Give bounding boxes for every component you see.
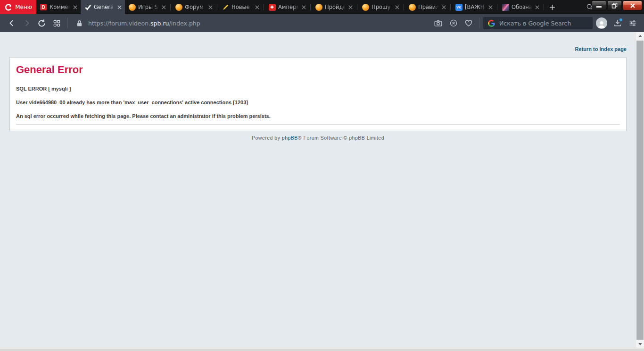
tab-title: Обознач [512, 4, 533, 10]
image-favicon-icon [502, 3, 509, 11]
forward-button[interactable] [20, 17, 33, 30]
plus-icon [549, 4, 555, 10]
url-path: /index.php [169, 20, 200, 27]
reload-icon [37, 19, 46, 28]
reload-button[interactable] [35, 17, 49, 30]
arrow-down-icon [638, 343, 642, 345]
grid-icon [53, 19, 61, 27]
toolbar-separator [479, 18, 479, 28]
tab-6[interactable]: Амперме [265, 0, 309, 14]
browser-menu-button[interactable]: Меню [0, 0, 36, 14]
download-notification-dot [619, 18, 623, 22]
tab-9[interactable]: Правила [405, 0, 449, 14]
tab-title: Новые ва [231, 4, 253, 10]
url-scheme-host: https://forum.videon. [88, 20, 150, 27]
d-letter-favicon-icon: D [40, 3, 47, 11]
search-field[interactable] [483, 17, 593, 29]
error-title: General Error [16, 64, 620, 76]
close-button[interactable] [623, 0, 642, 10]
tab-separator [357, 4, 357, 10]
tab-separator [450, 4, 451, 10]
tab-11[interactable]: Обознач [498, 0, 543, 14]
google-logo-icon [488, 20, 495, 27]
content-blocker-button[interactable] [446, 17, 460, 30]
tab-10[interactable]: VK[ВАЖНО] [452, 0, 496, 14]
search-input[interactable] [499, 20, 588, 27]
lock-icon [75, 19, 83, 27]
tab-separator [170, 4, 171, 10]
bottom-edge-strip [0, 348, 644, 351]
heart-icon [464, 19, 473, 27]
capture-page-button[interactable] [431, 17, 445, 30]
orange-ball-favicon-icon [315, 3, 322, 11]
error-line-sql: SQL ERROR [ mysqli ] [16, 86, 620, 92]
tabs-strip: DКомментаGeneral EИгры SegФорум EmНовые … [36, 0, 543, 14]
person-icon [597, 19, 606, 29]
tab-close-icon[interactable] [535, 5, 539, 9]
arrow-up-icon [638, 35, 642, 37]
tab-close-icon[interactable] [117, 5, 122, 9]
bookmark-button[interactable] [462, 17, 475, 30]
tab-title: Правила [418, 4, 439, 10]
vk-favicon-icon: VK [455, 3, 462, 11]
navigation-toolbar: https://forum.videon.spb.ru/index.php [0, 14, 644, 32]
orange-ball-favicon-icon [128, 3, 136, 11]
tab-title: Форум Em [185, 4, 206, 10]
tab-separator [497, 4, 497, 10]
toolbar-separator [67, 18, 68, 28]
tab-5[interactable]: Новые ва [218, 0, 263, 14]
phpbb-link[interactable]: phpBB [282, 135, 298, 141]
tab-2[interactable]: General E [81, 0, 125, 14]
browser-window: Меню DКомментаGeneral EИгры SegФорум EmН… [0, 0, 644, 351]
maximize-button[interactable] [607, 0, 622, 10]
restore-icon [611, 2, 618, 8]
shield-x-icon [449, 19, 458, 27]
forward-icon [23, 19, 31, 27]
tab-close-icon[interactable] [302, 5, 306, 9]
tab-close-icon[interactable] [488, 5, 493, 9]
checkmark-favicon-icon [84, 3, 91, 11]
back-button[interactable] [5, 17, 18, 30]
scrollbar-thumb[interactable] [636, 41, 644, 340]
profile-avatar[interactable] [596, 17, 607, 29]
tab-3[interactable]: Игры Seg [125, 0, 169, 14]
address-bar[interactable]: https://forum.videon.spb.ru/index.php [72, 19, 430, 27]
tab-close-icon[interactable] [162, 5, 166, 9]
return-row: Return to index page [0, 32, 636, 57]
tab-8[interactable]: Прошу по [358, 0, 403, 14]
menu-label: Меню [15, 4, 32, 10]
camera-icon [434, 19, 443, 27]
tab-title: Амперме [278, 4, 299, 10]
return-to-index-link[interactable]: Return to index page [575, 46, 627, 52]
page-footer: Powered by phpBB® Forum Software © phpBB… [0, 135, 636, 141]
tab-close-icon[interactable] [395, 5, 399, 9]
tab-title: General E [94, 4, 115, 10]
error-line-detail: User vide664980_00 already has more than… [16, 100, 620, 105]
new-tab-button[interactable] [545, 0, 559, 14]
tab-close-icon[interactable] [208, 5, 213, 9]
page-body: Return to index page General Error SQL E… [0, 32, 636, 141]
scroll-up-button[interactable] [636, 32, 644, 40]
error-line-advice: An sql error occurred while fetching thi… [16, 113, 620, 119]
error-panel: General Error SQL ERROR [ mysqli ] User … [9, 57, 627, 131]
vertical-scrollbar[interactable] [636, 32, 644, 348]
tab-close-icon[interactable] [442, 5, 446, 9]
tab-close-icon[interactable] [255, 5, 259, 9]
footer-prefix: Powered by [252, 135, 282, 141]
speed-dial-button[interactable] [50, 17, 64, 30]
close-icon [630, 3, 636, 8]
tab-7[interactable]: Пройден [312, 0, 356, 14]
tab-separator [544, 4, 544, 10]
tab-title: Пройден [325, 4, 346, 10]
minimize-button[interactable] [592, 0, 606, 10]
scroll-down-button[interactable] [636, 340, 644, 348]
tab-close-icon[interactable] [73, 5, 77, 9]
tab-close-icon[interactable] [348, 5, 353, 9]
downloads-button[interactable] [611, 17, 624, 30]
tab-1[interactable]: DКоммента [36, 0, 81, 14]
footer-suffix: ® Forum Software © phpBB Limited [298, 135, 384, 141]
settings-button[interactable] [626, 17, 639, 30]
tab-separator [264, 4, 264, 10]
tab-4[interactable]: Форум Em [172, 0, 216, 14]
error-divider [16, 124, 620, 125]
